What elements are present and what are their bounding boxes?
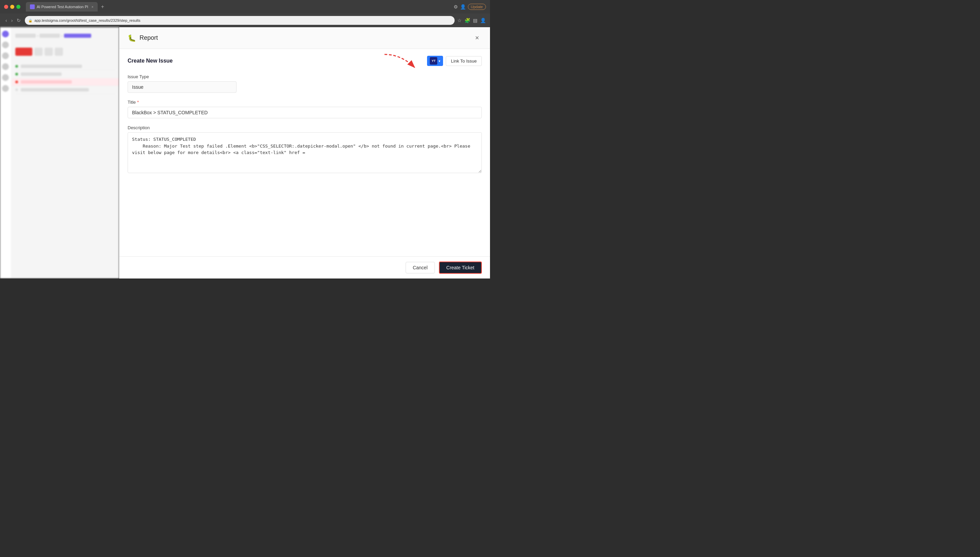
bc-sep-1: › bbox=[37, 34, 38, 38]
modal-close-button[interactable]: × bbox=[472, 33, 482, 43]
step-status-dot-1 bbox=[15, 65, 18, 68]
step-text-3 bbox=[21, 80, 72, 84]
issue-header-row: Create New Issue YT ▾ Link To Issue bbox=[127, 56, 482, 66]
tab-favicon bbox=[30, 5, 35, 9]
back-button[interactable]: ‹ bbox=[4, 17, 8, 24]
toolbar-btn-3 bbox=[44, 47, 53, 56]
title-input[interactable] bbox=[127, 107, 482, 118]
minimize-traffic-light[interactable] bbox=[10, 5, 14, 9]
new-tab-button[interactable]: + bbox=[99, 3, 106, 11]
profile-nav-icon[interactable]: 👤 bbox=[480, 18, 486, 23]
refresh-button[interactable]: ↻ bbox=[15, 17, 22, 24]
active-tab[interactable]: AI Powered Test Automation Pl × bbox=[26, 2, 98, 11]
issue-type-field: Issue Type bbox=[127, 74, 482, 93]
report-modal: 🐛 Report × Create New Issue bbox=[119, 27, 490, 278]
report-bug-icon: 🐛 bbox=[127, 34, 136, 42]
step-text-2 bbox=[21, 72, 62, 76]
sidebar-icon-2 bbox=[2, 52, 9, 59]
sidebar-icon[interactable]: ▤ bbox=[473, 18, 477, 23]
issue-type-label: Issue Type bbox=[127, 74, 482, 79]
create-new-issue-title: Create New Issue bbox=[127, 58, 173, 64]
url-text: app.testsigma.com/groot/td/test_case_res… bbox=[34, 18, 140, 23]
left-content: › › bbox=[15, 31, 116, 94]
browser-chrome: AI Powered Test Automation Pl × + ⚙ 👤 Up… bbox=[0, 0, 490, 14]
cancel-button[interactable]: Cancel bbox=[406, 262, 435, 274]
navigation-bar: ‹ › ↻ 🔒 app.testsigma.com/groot/td/test_… bbox=[0, 14, 490, 27]
step-status-dot-4 bbox=[15, 88, 18, 91]
sidebar-icon-4 bbox=[2, 74, 9, 81]
step-status-dot-3 bbox=[15, 81, 18, 83]
description-label: Description bbox=[127, 125, 482, 130]
step-item-4 bbox=[15, 86, 116, 94]
youtrack-logo: YT bbox=[430, 57, 437, 65]
modal-footer: Cancel Create Ticket bbox=[119, 256, 490, 278]
breadcrumb: › › bbox=[15, 31, 116, 41]
sidebar-icon-3 bbox=[2, 63, 9, 70]
header-right-actions: YT ▾ Link To Issue bbox=[427, 56, 482, 66]
create-ticket-button[interactable]: Create Ticket bbox=[439, 262, 482, 274]
main-layout: › › bbox=[0, 27, 490, 278]
title-field: Title * bbox=[127, 99, 482, 118]
tab-title: AI Powered Test Automation Pl bbox=[37, 5, 88, 9]
toolbar-btn-1 bbox=[15, 47, 32, 56]
youtrack-badge[interactable]: YT ▾ bbox=[427, 56, 443, 66]
update-button[interactable]: Update bbox=[468, 4, 486, 10]
extension-icon[interactable]: ⚙ bbox=[454, 4, 458, 10]
tab-bar: AI Powered Test Automation Pl × + bbox=[26, 2, 451, 11]
youtrack-dropdown-arrow[interactable]: ▾ bbox=[439, 59, 440, 63]
bookmark-icon[interactable]: ☆ bbox=[457, 18, 462, 23]
maximize-traffic-light[interactable] bbox=[16, 5, 20, 9]
nav-arrows: ‹ › ↻ bbox=[4, 17, 22, 24]
description-field: Description Status: STATUS_COMPLETED Rea… bbox=[127, 125, 482, 174]
description-textarea[interactable]: Status: STATUS_COMPLETED Reason: Major T… bbox=[127, 132, 482, 173]
modal-body: Create New Issue YT ▾ Link To Issue Issu… bbox=[119, 49, 490, 256]
modal-title-area: 🐛 Report bbox=[127, 34, 158, 42]
step-status-dot-2 bbox=[15, 73, 18, 75]
close-traffic-light[interactable] bbox=[4, 5, 8, 9]
nav-actions: ☆ 🧩 ▤ 👤 bbox=[457, 18, 486, 23]
step-item-1 bbox=[15, 63, 116, 70]
sidebar-icon-1 bbox=[2, 41, 9, 48]
bc-2 bbox=[39, 34, 60, 38]
lock-icon: 🔒 bbox=[28, 19, 32, 23]
step-item-3-highlighted bbox=[12, 78, 119, 86]
modal-header: 🐛 Report × bbox=[119, 27, 490, 49]
traffic-lights bbox=[4, 5, 20, 9]
step-text-1 bbox=[21, 65, 82, 68]
issue-type-input[interactable] bbox=[127, 81, 237, 93]
title-required-star: * bbox=[137, 99, 139, 105]
forward-button[interactable]: › bbox=[10, 17, 14, 24]
tab-close-button[interactable]: × bbox=[91, 5, 93, 9]
toolbar bbox=[15, 47, 116, 56]
bc-1 bbox=[15, 34, 36, 38]
toolbar-btn-4 bbox=[55, 47, 63, 56]
link-to-issue-button[interactable]: Link To Issue bbox=[446, 56, 482, 66]
step-item-2 bbox=[15, 70, 116, 78]
profile-icon[interactable]: 👤 bbox=[460, 4, 466, 10]
left-sidebar bbox=[0, 27, 11, 278]
address-bar[interactable]: 🔒 app.testsigma.com/groot/td/test_case_r… bbox=[25, 16, 455, 25]
sidebar-avatar bbox=[2, 31, 9, 37]
step-text-4 bbox=[21, 88, 89, 91]
title-label: Title * bbox=[127, 99, 482, 105]
extensions-icon[interactable]: 🧩 bbox=[464, 18, 470, 23]
bc-sep-2: › bbox=[61, 34, 62, 38]
bc-3 bbox=[64, 34, 91, 38]
modal-title: Report bbox=[139, 34, 158, 41]
sidebar-icon-5 bbox=[2, 85, 9, 92]
toolbar-btn-2 bbox=[34, 47, 42, 56]
left-panel: › › bbox=[0, 27, 119, 278]
